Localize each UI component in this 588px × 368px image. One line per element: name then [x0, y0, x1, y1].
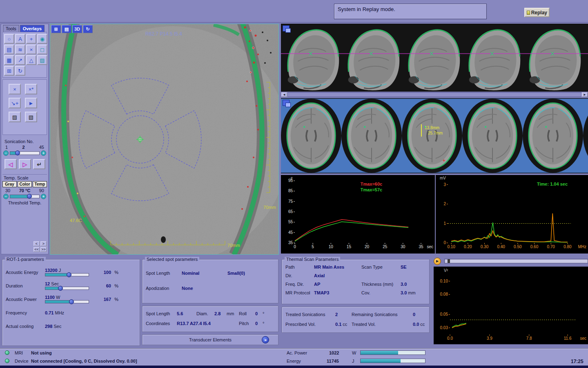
- delete-overlay-icon[interactable]: ×: [26, 45, 36, 54]
- phase-image[interactable]: R62.7 P14.5 I5.4 47.6C 70mm 70mm: [50, 24, 278, 254]
- axial-image[interactable]: [341, 98, 402, 173]
- region-icon[interactable]: ≋: [15, 45, 25, 54]
- sagittal-image[interactable]: [462, 24, 523, 92]
- triangle-roi-icon[interactable]: △: [26, 55, 36, 65]
- sagittal-image[interactable]: [281, 24, 341, 92]
- axial-image[interactable]: [462, 98, 523, 173]
- sagittal-image[interactable]: [583, 24, 588, 92]
- move-spot-icon[interactable]: ↘+: [9, 98, 21, 108]
- svg-text:Tmax=60c: Tmax=60c: [361, 182, 383, 186]
- add-marker-icon[interactable]: +: [26, 34, 36, 44]
- page-next-button[interactable]: >: [40, 241, 47, 246]
- play-button[interactable]: ▶: [434, 258, 441, 265]
- scroll-right-icon[interactable]: ►: [582, 92, 588, 97]
- page-first-button[interactable]: <<: [33, 247, 40, 252]
- sagittal-strip-scrollbar[interactable]: ◄ ►: [281, 92, 588, 97]
- fiducial-b-icon[interactable]: ▧: [25, 112, 37, 122]
- slider-thumb[interactable]: [58, 286, 63, 291]
- rotate-overlay-icon[interactable]: ↻: [15, 66, 25, 76]
- svg-text:0.60: 0.60: [530, 245, 539, 249]
- sonication-increment-button[interactable]: +: [41, 150, 46, 156]
- layout-icon[interactable]: ⊞: [51, 25, 61, 33]
- energy-label: Energy: [287, 359, 301, 364]
- mri-status: Not using: [31, 350, 52, 355]
- page-prev-button[interactable]: <: [33, 241, 40, 246]
- scrollbar-thumb[interactable]: [287, 92, 581, 97]
- sonication-slider-track[interactable]: [10, 151, 40, 155]
- slider-thumb[interactable]: [69, 299, 74, 304]
- text-annotation-icon[interactable]: A: [15, 34, 25, 44]
- transducer-elements-label: Transducer Elements: [189, 337, 232, 342]
- temp-range: 30 70 °C 90: [1, 187, 48, 193]
- gray-scale-button[interactable]: Gray: [2, 181, 17, 187]
- transducer-elements-bar[interactable]: Transducer Elements »: [142, 334, 278, 345]
- axial-image[interactable]: [523, 98, 583, 173]
- svg-text:20: 20: [365, 245, 370, 249]
- protocol-label: MR Protocol: [285, 290, 314, 295]
- line-profile-icon[interactable]: ▤: [4, 45, 14, 54]
- svg-text:45: 45: [288, 230, 293, 235]
- acoustic-energy-slider[interactable]: 13200 J: [45, 268, 89, 276]
- sagittal-image[interactable]: [341, 24, 402, 92]
- transducer-marker-icon[interactable]: ►: [25, 98, 37, 108]
- delete-spot-icon[interactable]: ×: [9, 84, 21, 94]
- axial-image[interactable]: [402, 98, 462, 173]
- snapshot-icon[interactable]: ◉: [37, 34, 47, 44]
- treated-sonications-value: 2: [335, 312, 352, 317]
- tab-tools[interactable]: Tools: [3, 25, 19, 32]
- ruler-icon[interactable]: ▦: [4, 55, 14, 65]
- seek-thumb[interactable]: [448, 259, 450, 263]
- sagittal-image[interactable]: [523, 24, 583, 92]
- expand-strip-icon[interactable]: [283, 100, 290, 106]
- page-last-button[interactable]: >>: [40, 247, 47, 252]
- view-3d-button[interactable]: 3D: [72, 25, 82, 33]
- reset-orientation-icon[interactable]: ↻: [83, 25, 93, 33]
- ellipse-roi-icon[interactable]: ◻: [37, 45, 47, 54]
- duration-slider[interactable]: 12 Sec: [45, 281, 89, 290]
- next-sonication-button[interactable]: ▷: [19, 159, 31, 169]
- threshold-temp-slider[interactable]: − +: [1, 193, 48, 199]
- sonication-decrement-button[interactable]: −: [3, 150, 9, 156]
- transducer-elements-button[interactable]: »: [262, 336, 269, 343]
- expand-strip-icon[interactable]: [283, 25, 290, 31]
- main-image-view[interactable]: ⊞▤3D↻: [50, 24, 279, 255]
- sonication-slider-thumb[interactable]: [15, 150, 20, 155]
- scroll-left-icon[interactable]: ◄: [281, 92, 287, 97]
- panel-title: Thermal Scan Parameters: [285, 257, 340, 262]
- fiducial-a-icon[interactable]: ▨: [9, 112, 21, 122]
- sonication-slider[interactable]: − +: [1, 150, 48, 156]
- select-circle-icon[interactable]: ○: [4, 34, 14, 44]
- grid-overlay-icon[interactable]: ⊞: [4, 66, 14, 76]
- temp-scale-button[interactable]: Temp: [33, 181, 47, 187]
- axial-image[interactable]: [583, 98, 588, 173]
- axial-image[interactable]: [281, 98, 341, 173]
- repeat-sonication-button[interactable]: ↵: [33, 159, 45, 169]
- hatch-roi-icon[interactable]: ▨: [37, 55, 47, 65]
- svg-text:3.9: 3.9: [487, 336, 492, 341]
- replay-button[interactable]: Replay: [524, 8, 550, 17]
- color-scale-button[interactable]: Color: [18, 181, 32, 187]
- temp-max: 90: [39, 188, 44, 193]
- threshold-decrement-button[interactable]: −: [3, 194, 9, 199]
- threshold-slider-track[interactable]: [10, 195, 40, 198]
- arrow-icon[interactable]: ↗: [15, 55, 25, 65]
- tab-overlays[interactable]: Overlays: [20, 25, 45, 32]
- acoustic-power-slider[interactable]: 1100 W: [45, 295, 89, 303]
- temp-mid: 70 °C: [19, 188, 31, 193]
- toolbox-tabs: Tools Overlays: [1, 24, 48, 32]
- threshold-slider-thumb[interactable]: [27, 194, 32, 199]
- energy-bar: [360, 359, 425, 363]
- delete-all-spots-icon[interactable]: ×*: [25, 84, 37, 94]
- svg-text:V²: V²: [444, 268, 448, 273]
- previous-sonication-button[interactable]: ◁: [4, 159, 17, 169]
- spot-length-value: 5.6: [177, 311, 196, 316]
- image-mini-toolbar: ⊞▤3D↻: [51, 25, 93, 33]
- slider-thumb[interactable]: [67, 272, 71, 277]
- svg-text:0.03: 0.03: [440, 325, 448, 330]
- tile-view-icon[interactable]: ▤: [62, 25, 71, 33]
- seek-slider[interactable]: [444, 259, 588, 263]
- status-bar: MRI Not using Ac. Power 1022 W Device No…: [0, 348, 588, 366]
- svg-text:0.80: 0.80: [564, 245, 572, 249]
- sagittal-image[interactable]: [402, 24, 462, 92]
- threshold-increment-button[interactable]: +: [41, 194, 46, 199]
